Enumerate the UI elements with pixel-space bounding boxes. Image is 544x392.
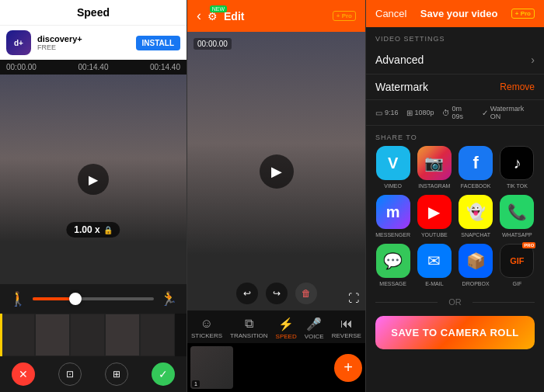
stickers-icon: ☺ — [201, 317, 213, 331]
save-camera-label: SAVE TO CAMERA ROLL — [391, 327, 519, 338]
speed-slider-track[interactable] — [33, 297, 154, 300]
left-video-preview: ▶ 1.00 x 🔒 — [0, 75, 187, 284]
cancel-button[interactable]: Cancel — [375, 8, 406, 19]
duration-value: 0m 09s — [452, 105, 474, 120]
speed-slider-area[interactable]: 🚶 🏃 — [0, 284, 187, 314]
snapchat-label: SNAPCHAT — [461, 232, 490, 238]
timeline-mid: 00:14.40 — [78, 63, 109, 71]
filmstrip — [0, 314, 187, 356]
share-instagram[interactable]: 📷 INSTAGRAM — [417, 146, 452, 189]
cancel-button[interactable]: ✕ — [12, 363, 35, 386]
timeline-end: 00:14.40 — [150, 63, 180, 71]
tiktok-icon: ♪ — [500, 146, 534, 180]
instagram-label: INSTAGRAM — [418, 183, 450, 189]
gif-icon: GIF PRO — [500, 244, 534, 278]
advanced-settings-row[interactable]: Advanced › — [366, 46, 544, 75]
left-panel: Speed d+ discovery+ FREE INSTALL 00:00.0… — [0, 0, 187, 392]
bottom-tools: ✕ ⊡ ⊞ ✓ — [0, 356, 187, 392]
resize-button[interactable]: ⊞ — [105, 363, 128, 386]
slider-thumb[interactable] — [69, 293, 82, 305]
share-message[interactable]: 💬 MESSAGE — [375, 244, 410, 286]
middle-panel: ‹ ⚙ NEW Edit + Pro 00:00.00 ▶ ↩ ↪ 🗑 ⛶ ☺ … — [187, 0, 365, 392]
speed-value: 1.00 x — [74, 224, 99, 235]
slider-container: 🚶 🏃 — [9, 290, 177, 307]
share-email[interactable]: ✉ E-MAIL — [417, 244, 452, 286]
ad-banner[interactable]: d+ discovery+ FREE INSTALL — [0, 25, 187, 60]
meta-resolution: ⊞ 1080p — [406, 109, 434, 117]
undo-button[interactable]: ↩ — [236, 283, 258, 304]
play-button[interactable]: ▶ — [78, 164, 109, 195]
share-tiktok[interactable]: ♪ TIK TOK — [500, 146, 535, 189]
mid-edit-buttons: ↩ ↪ 🗑 — [236, 283, 317, 304]
watermark-status: Watermark ON — [490, 105, 535, 120]
edit-label: Edit — [224, 10, 244, 23]
video-settings-title: VIDEO SETTINGS — [366, 27, 544, 46]
remove-watermark-button[interactable]: Remove — [500, 82, 535, 92]
whatsapp-icon: 📞 — [500, 195, 534, 229]
speed-header: Speed — [0, 0, 187, 25]
filmstrip-frame — [35, 314, 70, 356]
share-whatsapp[interactable]: 📞 WHATSAPP — [500, 195, 535, 238]
share-facebook[interactable]: f FACEBOOK — [459, 146, 493, 189]
speed-label: SPEED — [276, 333, 297, 340]
facebook-label: FACEBOOK — [461, 183, 491, 189]
share-messenger[interactable]: m MESSENGER — [375, 195, 410, 238]
speed-icon: ⚡ — [278, 317, 294, 331]
youtube-icon: ▶ — [417, 195, 452, 229]
nav-speed[interactable]: ⚡ SPEED — [276, 317, 297, 340]
share-grid: V VIMEO 📷 INSTAGRAM f FACEBOOK ♪ TIK TOK… — [366, 146, 544, 293]
transition-label: TRANSITION — [230, 332, 267, 339]
reverse-label: REVERSE — [332, 332, 361, 339]
meta-row: ▭ 9:16 ⊞ 1080p ⏱ 0m 09s ✓ Watermark ON — [366, 100, 544, 126]
gif-label: GIF — [513, 281, 522, 286]
share-vimeo[interactable]: V VIMEO — [375, 146, 410, 189]
add-clip-button[interactable]: + — [334, 354, 362, 382]
nav-voice[interactable]: 🎤 VOICE — [305, 317, 324, 340]
messenger-label: MESSENGER — [375, 232, 410, 238]
timeline-bar: 00:00.00 00:14.40 00:14.40 — [0, 60, 187, 75]
share-snapchat[interactable]: 👻 SNAPCHAT — [459, 195, 493, 238]
gif-pro-badge: PRO — [522, 242, 535, 248]
meta-duration: ⏱ 0m 09s — [442, 105, 474, 120]
voice-icon: 🎤 — [306, 317, 322, 331]
filmstrip-frame — [0, 314, 35, 356]
nav-reverse[interactable]: ⏮ REVERSE — [332, 317, 361, 340]
fast-speed-icon: 🏃 — [160, 290, 177, 307]
message-label: MESSAGE — [379, 281, 406, 286]
delete-button[interactable]: 🗑 — [295, 283, 317, 304]
meta-ratio: ▭ 9:16 — [375, 109, 399, 117]
watermark-check-icon: ✓ — [482, 109, 488, 117]
playhead-marker — [0, 314, 2, 356]
dropbox-icon: 📦 — [459, 244, 493, 278]
dropbox-label: DROPBOX — [462, 281, 490, 286]
duration-icon: ⏱ — [442, 109, 450, 117]
pro-badge[interactable]: + Pro — [333, 11, 356, 21]
share-dropbox[interactable]: 📦 DROPBOX — [459, 244, 493, 286]
vimeo-label: VIMEO — [384, 183, 402, 189]
transition-icon: ⧉ — [245, 317, 253, 331]
nav-stickers[interactable]: ☺ STICKERS — [191, 317, 222, 340]
thumbnail-item[interactable]: 1 — [190, 346, 233, 389]
right-pro-badge[interactable]: + Pro — [511, 9, 535, 19]
thumbnail-strip: 1 + — [187, 343, 365, 392]
save-camera-roll-button[interactable]: SAVE TO CAMERA ROLL — [375, 316, 535, 349]
back-button[interactable]: ‹ — [197, 8, 201, 24]
ad-sub-text: FREE — [37, 43, 130, 51]
confirm-button[interactable]: ✓ — [152, 363, 175, 386]
crop-button[interactable]: ⊡ — [58, 363, 82, 386]
mid-play-button[interactable]: ▶ — [260, 154, 294, 189]
share-gif[interactable]: GIF PRO GIF — [500, 244, 535, 286]
fullscreen-button[interactable]: ⛶ — [348, 292, 359, 304]
save-video-label: Save your video — [420, 8, 498, 19]
mid-timestamp: 00:00.00 — [194, 38, 232, 50]
redo-button[interactable]: ↪ — [266, 283, 288, 304]
filmstrip-frame — [70, 314, 105, 356]
resolution-icon: ⊞ — [406, 109, 413, 117]
vimeo-icon: V — [376, 146, 410, 180]
install-button[interactable]: INSTALL — [136, 36, 180, 50]
meta-watermark: ✓ Watermark ON — [482, 105, 535, 120]
right-header: Cancel Save your video + Pro — [366, 0, 544, 27]
share-youtube[interactable]: ▶ YOUTUBE — [417, 195, 452, 238]
nav-transition[interactable]: ⧉ TRANSITION — [230, 317, 267, 340]
voice-label: VOICE — [305, 333, 324, 340]
